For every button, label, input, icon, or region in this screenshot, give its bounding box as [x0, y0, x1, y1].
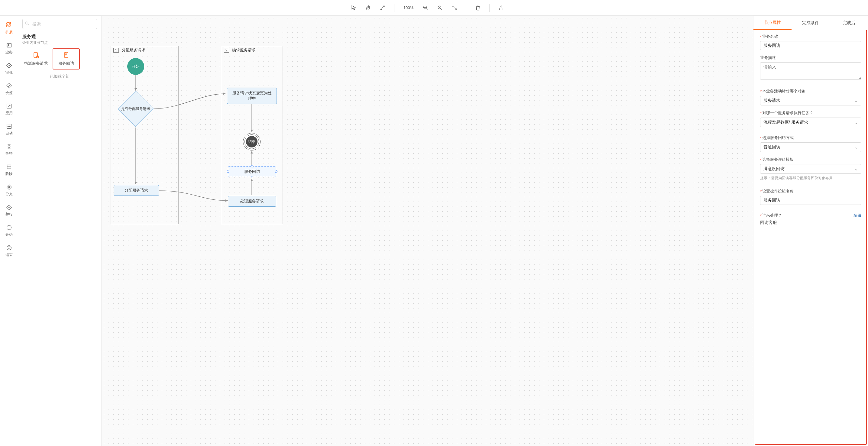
label-biz-name: 业务名称	[762, 34, 778, 39]
input-btn-name[interactable]	[760, 196, 861, 205]
rail-item-parallel[interactable]: 并行	[2, 202, 16, 219]
circle-icon	[6, 224, 12, 231]
rail-item-user-card[interactable]: 业务	[2, 40, 16, 57]
zoom-in-button[interactable]	[421, 4, 430, 12]
arrow-out-icon	[6, 103, 12, 109]
hand-icon	[365, 5, 371, 11]
node-label: 服务请求状态变更为处理中	[231, 90, 272, 101]
select-eval-tpl[interactable]: 满意度回访 ⌄	[760, 164, 861, 174]
label-who-handle: 谁来处理？	[762, 213, 782, 218]
label-which-req: 对哪一个服务请求执行任务？	[762, 110, 813, 116]
svg-rect-3	[7, 43, 11, 47]
user-card-icon	[6, 42, 12, 49]
rail-item-label: 自动	[5, 131, 13, 136]
hand-tool-button[interactable]	[364, 4, 372, 12]
zoom-level: 100%	[402, 5, 415, 10]
palette-search	[22, 19, 97, 29]
node-label: 结束	[248, 139, 255, 145]
rail-item-auto[interactable]: 自动	[2, 121, 16, 138]
trash-icon	[475, 5, 481, 11]
svg-point-10	[7, 246, 11, 250]
node-assign[interactable]: 分配服务请求	[114, 185, 159, 196]
top-toolbar: 100%	[0, 0, 868, 16]
input-biz-desc[interactable]	[760, 62, 861, 80]
export-button[interactable]	[497, 4, 505, 12]
tab-finish-condition[interactable]: 完成条件	[792, 16, 830, 30]
rail-item-circle[interactable]: 开始	[2, 222, 16, 239]
node-service-revisit[interactable]: 服务回访	[228, 166, 276, 177]
node-end[interactable]: 结束	[243, 133, 260, 151]
edit-who-handle-link[interactable]: 编辑	[854, 213, 861, 218]
rail-item-circle-double[interactable]: 结束	[2, 243, 16, 259]
zoom-out-button[interactable]	[436, 4, 444, 12]
rail-item-puzzle[interactable]: 扩展	[2, 20, 16, 37]
rail-item-label: 扩展	[5, 30, 13, 35]
diamond-check-icon	[6, 62, 12, 69]
lane-assign[interactable]: 1 分配服务请求	[111, 46, 179, 224]
select-value: 服务请求	[764, 98, 780, 103]
palette-card-assign-request[interactable]: 指派服务请求	[22, 49, 50, 69]
chevron-down-icon: ⌄	[855, 166, 858, 171]
connector-tool-button[interactable]	[378, 4, 387, 12]
assign-request-icon	[32, 52, 39, 59]
fit-icon	[452, 5, 457, 10]
svg-rect-13	[34, 53, 37, 57]
label-btn-name: 设置操作按钮名称	[762, 189, 794, 194]
flow-edges	[101, 16, 753, 446]
lane-title: 编辑服务请求	[232, 47, 256, 53]
cursor-tool-button[interactable]	[349, 4, 358, 12]
node-palette: 服务通 企业内业务节点 指派服务请求 服务回访 已加载全部	[18, 16, 101, 446]
chevron-down-icon: ⌄	[855, 98, 858, 103]
node-handle-request[interactable]: 处理服务请求	[228, 196, 276, 207]
node-status-change[interactable]: 服务请求状态变更为处理中	[227, 88, 277, 104]
rail-item-label: 结束	[5, 252, 13, 257]
rail-item-label: 审批	[5, 70, 13, 75]
select-visit-mode[interactable]: 普通回访 ⌄	[760, 142, 861, 152]
svg-rect-8	[7, 165, 11, 169]
properties-panel: 节点属性 完成条件 完成后 *业务名称 业务描述 *本业务活动针对哪个对象 服务…	[753, 16, 868, 446]
search-input[interactable]	[22, 19, 97, 29]
svg-point-0	[380, 9, 381, 10]
auto-icon	[6, 123, 12, 130]
rail-item-branch[interactable]: 分支	[2, 182, 16, 198]
parallel-icon	[6, 204, 12, 211]
tab-node-props[interactable]: 节点属性	[753, 16, 792, 30]
rail-item-stage[interactable]: 阶段	[2, 162, 16, 178]
chevron-down-icon: ⌄	[855, 145, 858, 150]
palette-card-label: 服务回访	[58, 61, 74, 66]
zoom-in-icon	[423, 5, 429, 11]
node-label: 服务回访	[244, 169, 260, 174]
rail-item-hourglass[interactable]: 等待	[2, 141, 16, 158]
branch-icon	[6, 184, 12, 190]
rail-item-label: 会签	[5, 90, 13, 95]
rail-item-arrow-out[interactable]: 应用	[2, 101, 16, 118]
rail-item-label: 阶段	[5, 171, 13, 177]
select-value: 满意度回访	[764, 166, 784, 172]
rail-item-label: 应用	[5, 110, 13, 116]
rail-item-diamond-check[interactable]: 审批	[2, 60, 16, 77]
input-biz-name[interactable]	[760, 41, 861, 50]
select-value: 流程发起数据/ 服务请求	[764, 120, 808, 125]
svg-point-4	[7, 44, 9, 45]
select-which-req[interactable]: 流程发起数据/ 服务请求 ⌄	[760, 118, 861, 127]
canvas[interactable]: 1 分配服务请求 2 编辑服务请求 开始	[101, 16, 753, 446]
node-label: 处理服务请求	[240, 198, 264, 204]
select-target-obj[interactable]: 服务请求 ⌄	[760, 96, 861, 105]
rail-item-diamond-pen[interactable]: 会签	[2, 81, 16, 97]
fit-button[interactable]	[450, 4, 459, 12]
node-start[interactable]: 开始	[127, 58, 144, 75]
lane-number: 2	[224, 48, 229, 53]
select-value: 普通回访	[764, 145, 780, 150]
left-rail: 扩展业务审批会签应用自动等待阶段分支并行开始结束	[0, 16, 18, 446]
canvas-wrap: 1 分配服务请求 2 编辑服务请求 开始	[101, 16, 753, 446]
palette-card-label: 指派服务请求	[24, 61, 48, 66]
palette-subtitle: 企业内业务节点	[22, 40, 97, 45]
node-decision[interactable]: 是否分配服务请求	[118, 91, 154, 127]
hint-eval-tpl: 提示：需要为回访客服分配服务评价对象布局	[760, 176, 861, 181]
diamond-pen-icon	[6, 83, 12, 89]
label-visit-mode: 选择服务回访方式	[762, 135, 794, 140]
value-who-handle: 回访客服	[760, 220, 861, 225]
palette-card-service-revisit[interactable]: 服务回访	[53, 49, 80, 69]
tab-after-finish[interactable]: 完成后	[830, 16, 868, 30]
delete-button[interactable]	[473, 4, 482, 12]
